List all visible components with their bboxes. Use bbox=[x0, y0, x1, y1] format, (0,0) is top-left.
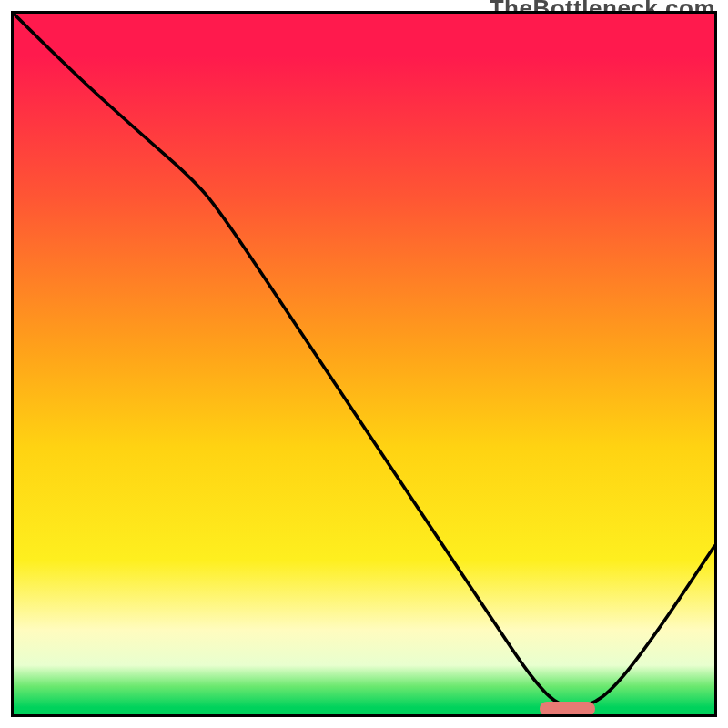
curve-path bbox=[14, 14, 714, 707]
bottleneck-chart: TheBottleneck.com bbox=[0, 0, 728, 728]
bottleneck-curve bbox=[14, 14, 714, 714]
optimal-range-marker bbox=[540, 702, 596, 716]
plot-area bbox=[11, 11, 717, 717]
